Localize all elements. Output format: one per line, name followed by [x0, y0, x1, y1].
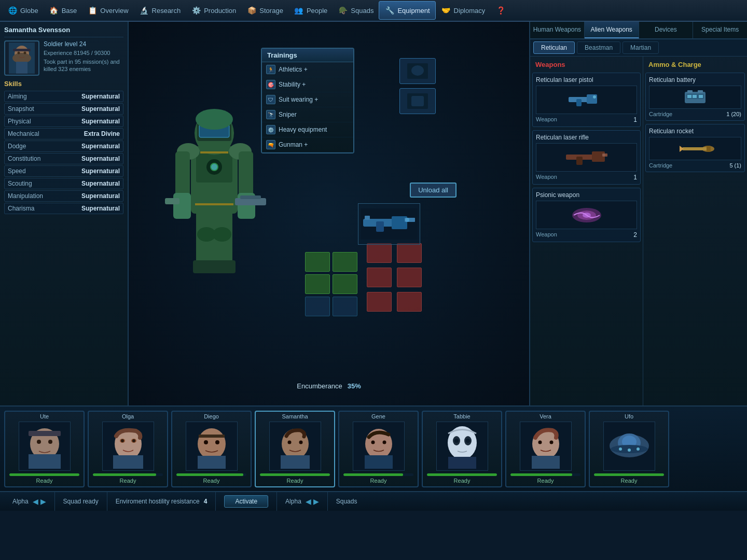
training-icon: 🔫	[266, 140, 275, 149]
skill-name: Speed	[8, 167, 26, 175]
tab-special-items[interactable]: Special Items	[693, 22, 747, 38]
weapon-item-laser-pistol[interactable]: Reticulan laser pistol Weapon 1	[532, 73, 641, 127]
ammo-name-2: Reticulan rocket	[649, 128, 741, 135]
svg-point-110	[538, 441, 542, 444]
subtab-martian[interactable]: Martian	[622, 41, 659, 54]
ammo-slot-6[interactable]	[333, 297, 357, 316]
training-item[interactable]: 🛡 Suit wearing +	[262, 92, 353, 107]
weapon-slot-3[interactable]	[367, 268, 392, 287]
skill-row: Charisma Supernatural	[4, 203, 123, 214]
svg-rect-107	[448, 457, 476, 469]
svg-rect-62	[687, 90, 693, 93]
member-health-bar	[343, 473, 414, 476]
tab-devices[interactable]: Devices	[639, 22, 694, 38]
weapon-slot-4[interactable]	[397, 268, 422, 287]
ammo-img-1	[649, 86, 741, 109]
alpha2-label: Alpha	[285, 498, 301, 505]
weapon-slot-1[interactable]	[367, 243, 392, 263]
skill-row: Physical Supernatural	[4, 116, 123, 127]
unload-button[interactable]: Unload all	[410, 183, 457, 198]
subtab-beastman[interactable]: Beastman	[577, 41, 620, 54]
weapon-slot-5[interactable]	[367, 292, 392, 312]
member-name: Ufo	[590, 412, 668, 421]
nav-storage[interactable]: 📦 Storage	[241, 1, 288, 20]
skill-value: Supernatural	[81, 143, 120, 150]
tab-alien-weapons[interactable]: Alien Weapons	[585, 22, 639, 38]
activate-button[interactable]: Activate	[224, 495, 268, 508]
skill-name: Mechanical	[8, 130, 39, 137]
nav-globe[interactable]: 🌐 Globe	[2, 1, 44, 20]
ammo-slot-1[interactable]	[305, 252, 330, 272]
training-icon: 🔭	[266, 110, 275, 119]
nav-production[interactable]: ⚙️ Production	[186, 1, 241, 20]
ammo-item-rocket[interactable]: Reticulan rocket Cartridge 5 (1)	[645, 124, 745, 172]
nav-diplomacy[interactable]: 🤝 Diplomacy	[436, 1, 491, 20]
ammo-slot-2[interactable]	[333, 252, 357, 272]
weapon-item-psionic[interactable]: Psionic weapon Weapon 2	[532, 188, 641, 242]
training-item[interactable]: 🔭 Sniper	[262, 107, 353, 122]
member-name: Samantha	[256, 412, 334, 421]
ammo-section-title: Ammo & Charge	[645, 59, 745, 71]
skill-row: Manipulation Supernatural	[4, 190, 123, 202]
skills-section: Skills Aiming SupernaturalSnapshot Super…	[4, 80, 123, 214]
squad-member-olga[interactable]: Olga Ready	[88, 411, 168, 487]
soldier-info: Soldier level 24 Experience 81945 / 9030…	[44, 40, 123, 76]
ammo-item-battery[interactable]: Reticulan battery Cartridge 1 (20)	[645, 73, 745, 121]
trainings-title: Trainings	[262, 49, 353, 62]
squads-segment[interactable]: Squads	[328, 492, 366, 511]
encumberance-value: 35%	[348, 382, 361, 390]
squad-member-ute[interactable]: Ute Ready	[4, 411, 85, 487]
member-name: Diego	[172, 412, 251, 421]
nav-research[interactable]: 🔬 Research	[134, 1, 186, 20]
ammo-slot-4[interactable]	[333, 274, 357, 294]
ammo-label-2: Cartridge	[649, 162, 672, 169]
squad-member-vera[interactable]: Vera Ready	[505, 411, 586, 487]
svg-rect-53	[576, 157, 583, 165]
member-portrait	[436, 422, 488, 471]
nav-people[interactable]: 👥 People	[288, 1, 333, 20]
svg-rect-47	[587, 94, 597, 104]
training-item[interactable]: 🏃 Athletics +	[262, 62, 353, 77]
svg-point-105	[454, 439, 459, 443]
svg-rect-95	[281, 455, 310, 469]
ammo-slot-5[interactable]	[305, 297, 330, 316]
weapon-item-laser-rifle[interactable]: Reticulan laser rifle Weapon 1	[532, 130, 641, 185]
soldier-missions: Took part in 95 mission(s) and killed 32…	[44, 58, 123, 73]
nav-overview[interactable]: 📋 Overview	[82, 1, 133, 20]
member-portrait	[520, 422, 572, 471]
squad-member-ufo[interactable]: Ufo Ready	[589, 411, 669, 487]
subtab-reticulan[interactable]: Reticulan	[533, 41, 575, 54]
squad-member-samantha[interactable]: Samantha Ready	[255, 411, 335, 487]
training-item[interactable]: 🔫 Gunman +	[262, 137, 353, 152]
skills-title: Skills	[4, 80, 123, 88]
svg-rect-84	[113, 455, 143, 469]
svg-point-86	[198, 428, 226, 459]
svg-point-87	[204, 440, 208, 444]
squad-member-gene[interactable]: Gene Ready	[338, 411, 419, 487]
training-icon: 🛡	[266, 95, 275, 104]
weapon-slot-2[interactable]	[397, 243, 422, 263]
nav-squads[interactable]: 🪖 Squads	[333, 1, 379, 20]
training-item[interactable]: ⚙️ Heavy equipment	[262, 122, 353, 137]
equip-slot-head[interactable]	[399, 58, 436, 84]
weapons-list: Weapons Reticulan laser pistol Weapon 1	[530, 57, 643, 405]
character-figure	[155, 43, 274, 293]
ammo-slot-3[interactable]	[305, 274, 330, 294]
weapon-slot-6[interactable]	[397, 292, 422, 312]
weapon-type-3: Weapon	[536, 231, 557, 239]
tab-human-weapons[interactable]: Human Weapons	[530, 22, 585, 38]
squad-member-tabbie[interactable]: Tabbie Ready	[422, 411, 502, 487]
squad-member-diego[interactable]: Diego Ready	[171, 411, 252, 487]
svg-rect-77	[29, 454, 61, 469]
ammo-count-1: 1 (20)	[726, 111, 741, 117]
nav-base[interactable]: 🏠 Base	[44, 1, 82, 20]
equip-slot-chest[interactable]	[399, 88, 436, 114]
member-health-fill	[594, 473, 665, 476]
svg-rect-23	[165, 198, 179, 204]
nav-equipment[interactable]: 🔧 Equipment	[379, 1, 435, 20]
member-health-fill	[93, 473, 156, 476]
svg-point-75	[48, 440, 52, 444]
member-status: Ready	[621, 478, 638, 485]
training-item[interactable]: 🎯 Stability +	[262, 77, 353, 92]
nav-help[interactable]: ❓	[490, 1, 511, 20]
